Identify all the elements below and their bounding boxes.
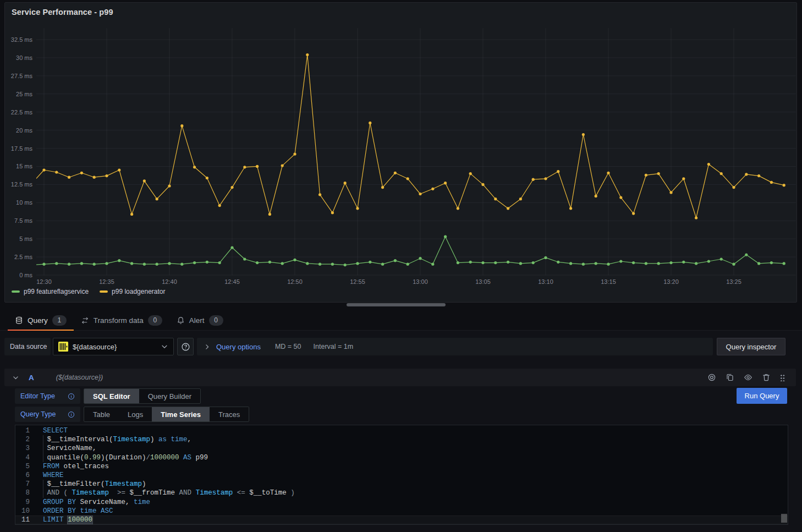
code-line: 6WHERE: [15, 471, 788, 480]
svg-text:12:35: 12:35: [99, 278, 114, 285]
code-line: 7 $__timeFilter(Timestamp): [15, 480, 788, 489]
line-number: 5: [15, 462, 30, 471]
svg-text:27.5 ms: 27.5 ms: [11, 73, 33, 79]
interval-value: Interval = 1m: [314, 343, 354, 350]
legend-label: p99 featureflagservice: [24, 288, 89, 295]
tab-transform-data[interactable]: Transform data0: [74, 310, 169, 330]
datasource-label: Data source: [4, 338, 51, 355]
editor-type-label: Editor Type: [15, 388, 80, 404]
clickhouse-datasource-icon: [58, 342, 68, 352]
query-type-toggle: TableLogsTime SeriesTraces: [84, 407, 249, 422]
line-number: 2: [15, 435, 30, 444]
query-type-traces[interactable]: Traces: [210, 407, 249, 421]
query-inspector-button[interactable]: Query inspector: [717, 338, 785, 355]
line-code: ServiceName,: [43, 444, 788, 453]
line-number: 10: [15, 507, 30, 515]
code-line: 8 AND ( Timestamp >= $__fromTime AND Tim…: [15, 489, 788, 497]
svg-text:13:15: 13:15: [601, 278, 616, 285]
legend-swatch: [12, 290, 20, 293]
editor-scrollbar-thumb[interactable]: [781, 514, 787, 523]
indent-guide: [43, 435, 43, 444]
run-query-button[interactable]: Run Query: [737, 388, 787, 404]
hide-response-eye-icon[interactable]: [744, 373, 752, 382]
query-datasource-hint: (${datasource}): [56, 374, 103, 381]
collapse-chevron-icon[interactable]: [12, 374, 19, 381]
svg-text:10 ms: 10 ms: [16, 199, 32, 206]
editor-type-query-builder[interactable]: Query Builder: [139, 389, 200, 403]
datasource-select[interactable]: ${datasource}: [53, 338, 174, 355]
svg-text:13:25: 13:25: [726, 278, 741, 285]
info-circle-icon[interactable]: [68, 393, 75, 400]
transform-icon: [81, 316, 89, 325]
code-line: 1SELECT: [15, 426, 788, 435]
tab-alert[interactable]: Alert0: [169, 310, 230, 330]
duplicate-query-icon[interactable]: [726, 373, 734, 382]
tab-query[interactable]: Query1: [8, 310, 74, 330]
line-number: 8: [15, 489, 30, 497]
series-p99-loadgenerator: [30, 53, 785, 220]
query-options-toggle[interactable]: Query options: [216, 343, 261, 351]
line-number: 1: [15, 426, 30, 435]
disable-query-icon[interactable]: [707, 373, 716, 382]
panel-title: Service Performance - p99: [12, 8, 113, 17]
chevron-right-icon[interactable]: [204, 343, 211, 350]
timeseries-chart[interactable]: 0 ms2.5 ms5 ms7.5 ms10 ms12.5 ms15 ms17.…: [5, 23, 797, 289]
editor-tabs-bar: Query1Transform data0Alert0: [0, 310, 802, 331]
editor-type-sql-editor[interactable]: SQL Editor: [84, 389, 139, 403]
question-circle-icon: [181, 342, 190, 352]
editor-type-toggle: SQL EditorQuery Builder: [84, 388, 201, 404]
query-ref-id[interactable]: A: [29, 374, 34, 382]
svg-text:12:30: 12:30: [36, 278, 52, 285]
bell-icon: [177, 316, 185, 325]
query-type-table[interactable]: Table: [84, 407, 119, 421]
line-code: LIMIT 100000: [43, 515, 788, 524]
timeseries-panel: Service Performance - p99 0 ms2.5 ms5 ms…: [4, 2, 797, 303]
legend-swatch: [100, 290, 108, 293]
series-p99-featureflagservice: [30, 235, 785, 267]
svg-text:2.5 ms: 2.5 ms: [14, 254, 33, 260]
drag-handle-icon[interactable]: [780, 374, 785, 381]
datasource-value: ${datasource}: [73, 343, 156, 351]
horizontal-scrollbar-thumb[interactable]: [347, 303, 446, 306]
chart-grid: [36, 28, 796, 275]
svg-text:0 ms: 0 ms: [19, 272, 32, 278]
max-data-points-value: MD = 50: [275, 343, 301, 350]
code-line: 5FROM otel_traces: [15, 462, 788, 471]
svg-text:13:00: 13:00: [413, 278, 428, 285]
line-code: AND ( Timestamp >= $__fromTime AND Times…: [43, 489, 788, 497]
line-number: 11: [15, 515, 30, 524]
indent-guide: [43, 444, 43, 453]
line-number: 9: [15, 498, 30, 507]
info-circle-icon[interactable]: [68, 411, 75, 418]
svg-text:5 ms: 5 ms: [19, 235, 32, 242]
line-code: quantile(0.99)(Duration)/1000000 AS p99: [43, 453, 788, 462]
code-line: 3 ServiceName,: [15, 444, 788, 453]
line-code: $__timeFilter(Timestamp): [43, 480, 788, 489]
tab-count-badge: 0: [209, 315, 223, 326]
svg-text:22.5 ms: 22.5 ms: [11, 109, 33, 116]
query-type-time-series[interactable]: Time Series: [152, 407, 210, 421]
indent-guide: [43, 489, 43, 497]
svg-text:12:55: 12:55: [350, 278, 365, 285]
line-code: SELECT: [43, 426, 788, 435]
tab-count-badge: 0: [148, 315, 162, 326]
svg-text:30 ms: 30 ms: [16, 54, 32, 61]
datasource-help-button[interactable]: [177, 338, 194, 355]
svg-text:12:40: 12:40: [162, 278, 177, 285]
svg-text:32.5 ms: 32.5 ms: [11, 36, 33, 43]
tab-label: Transform data: [94, 316, 144, 325]
tab-label: Query: [28, 316, 48, 325]
line-code: $__timeInterval(Timestamp) as time,: [43, 435, 788, 444]
line-number: 4: [15, 453, 30, 462]
legend-item-p99-loadgenerator[interactable]: p99 loadgenerator: [100, 288, 165, 295]
svg-text:13:20: 13:20: [663, 278, 679, 285]
code-line: 11LIMIT 100000: [15, 515, 788, 524]
line-code: GROUP BY ServiceName, time: [43, 498, 788, 507]
tab-count-badge: 1: [52, 315, 67, 326]
line-number: 6: [15, 471, 30, 480]
delete-query-trash-icon[interactable]: [762, 373, 771, 382]
sql-code-editor[interactable]: 1SELECT2 $__timeInterval(Timestamp) as t…: [15, 425, 788, 525]
legend-item-p99-featureflagservice[interactable]: p99 featureflagservice: [12, 288, 89, 295]
query-type-logs[interactable]: Logs: [119, 407, 152, 421]
code-line: 10ORDER BY time ASC: [15, 507, 788, 515]
